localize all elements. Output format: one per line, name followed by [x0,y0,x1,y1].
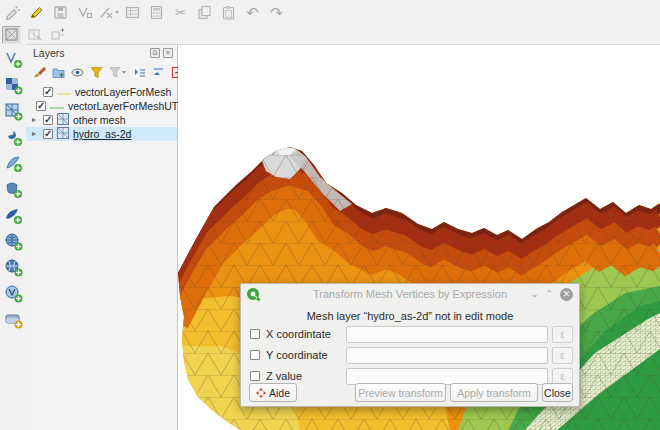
collapse-all-icon[interactable] [151,65,166,80]
x-coordinate-row: X coordintate ε [241,326,579,343]
mesh-digitizing-tool-icon[interactable] [25,26,44,44]
edit-attributes-icon[interactable] [122,2,143,23]
expander-icon[interactable]: ▸ [32,116,39,124]
x-coordinate-label: X coordintate [266,328,331,340]
x-coordinate-input[interactable] [346,326,548,343]
layer-name[interactable]: hydro_as-2d [73,128,131,140]
layer-name[interactable]: other mesh [73,114,126,126]
x-coordinate-checkbox[interactable] [250,329,260,339]
edit-mode-message: Mesh layer “hydro_as-2d” not in edit mod… [241,310,579,322]
mesh-layer-icon [57,127,69,141]
help-button[interactable]: Aide [249,383,297,402]
y-coordinate-label: Y coordinate [266,349,328,361]
shade-icon[interactable]: ⌄ [531,287,539,301]
panel-float-icon[interactable]: ⧉ [150,48,160,58]
add-delimited-text-layer-icon[interactable] [4,128,23,147]
mesh-digitizing-toolbar [2,25,67,44]
transform-mesh-vertices-icon[interactable] [2,26,21,44]
add-oracle-layer-icon[interactable] [4,232,23,251]
layer-checkbox[interactable] [43,129,53,139]
top-toolbar-area: ✂ ↶ ↷ [0,0,660,44]
close-button[interactable]: Close [542,383,573,402]
layer-row-hydro-as-2d[interactable]: ▸ hydro_as-2d [26,127,177,141]
qgis-logo-icon [246,287,261,302]
apply-transform-button[interactable]: Apply transform [450,383,538,402]
layer-checkbox[interactable] [43,87,53,97]
z-value-label: Z value [266,370,302,382]
add-virtual-layer-icon[interactable] [4,310,23,329]
digitizing-toolbar: ✂ ↶ ↷ [2,1,287,24]
y-coordinate-input[interactable] [346,347,548,364]
layer-name[interactable]: vectorLayerForMeshUTM [68,100,187,112]
help-icon [256,388,266,398]
add-spatialite-layer-icon[interactable] [4,154,23,173]
save-edits-icon[interactable] [50,2,71,23]
layer-name[interactable]: vectorLayerForMesh [75,86,171,98]
add-mssql-layer-icon[interactable] [4,206,23,225]
digitize-mesh-icon[interactable] [74,2,95,23]
cut-features-icon[interactable]: ✂ [170,2,191,23]
y-expression-button[interactable]: ε [552,347,573,364]
y-coordinate-row: Y coordinate ε [241,347,579,364]
dialog-close-icon[interactable]: ✕ [560,288,573,301]
preview-transform-button[interactable]: Preview transform [355,383,446,402]
add-group-icon[interactable] [51,65,66,80]
layer-checkbox[interactable] [43,115,53,125]
line-symbol-icon [50,100,64,112]
layer-checkbox[interactable] [36,101,46,111]
manage-map-themes-icon[interactable] [70,65,85,80]
expand-all-icon[interactable] [132,65,147,80]
toggle-editing-icon[interactable] [26,2,47,23]
panel-close-icon[interactable]: ✕ [163,48,173,58]
expander-icon[interactable]: ▸ [32,130,39,138]
layer-row-other-mesh[interactable]: ▸ other mesh [26,113,177,127]
layers-panel-title: Layers [33,47,150,59]
transform-mesh-vertices-dialog: Transform Mesh Vertices by Expression ⌄ … [240,283,580,407]
filter-by-expression-icon[interactable] [108,65,128,80]
filter-legend-icon[interactable] [89,65,104,80]
x-expression-button[interactable]: ε [552,326,573,343]
layer-row-vectorLayerForMeshUTM[interactable]: vectorLayerForMeshUTM [26,99,177,113]
unshade-icon[interactable]: ⌃ [545,287,553,301]
current-edits-icon[interactable] [2,2,23,23]
layers-panel-toolbar [32,64,185,80]
add-wfs-layer-icon[interactable] [4,284,23,303]
layers-panel: Layers ⧉ ✕ [26,44,178,430]
add-wms-layer-icon[interactable] [4,258,23,277]
vertex-tool-icon[interactable] [98,2,119,23]
layer-tree: vectorLayerForMesh vectorLayerForMeshUTM… [26,85,177,141]
force-by-expression-icon[interactable] [146,2,167,23]
dialog-title: Transform Mesh Vertices by Expression [241,288,579,300]
redo-icon[interactable]: ↷ [266,2,287,23]
y-coordinate-checkbox[interactable] [250,350,260,360]
copy-features-icon[interactable] [194,2,215,23]
mesh-layer-icon [57,113,69,127]
mesh-reindex-tool-icon[interactable] [48,26,67,44]
z-value-checkbox[interactable] [250,371,260,381]
add-postgis-layer-icon[interactable] [4,180,23,199]
open-layer-styling-icon[interactable] [32,65,47,80]
dialog-titlebar[interactable]: Transform Mesh Vertices by Expression ⌄ … [241,284,579,304]
add-mesh-layer-icon[interactable] [4,102,23,121]
layer-row-vectorLayerForMesh[interactable]: vectorLayerForMesh [26,85,177,99]
paste-features-icon[interactable] [218,2,239,23]
layers-panel-header: Layers ⧉ ✕ [26,45,177,61]
undo-icon[interactable]: ↶ [242,2,263,23]
manage-layers-toolbar [0,46,26,430]
add-raster-layer-icon[interactable] [4,76,23,95]
line-symbol-icon [57,86,71,98]
add-vector-layer-icon[interactable] [4,50,23,69]
